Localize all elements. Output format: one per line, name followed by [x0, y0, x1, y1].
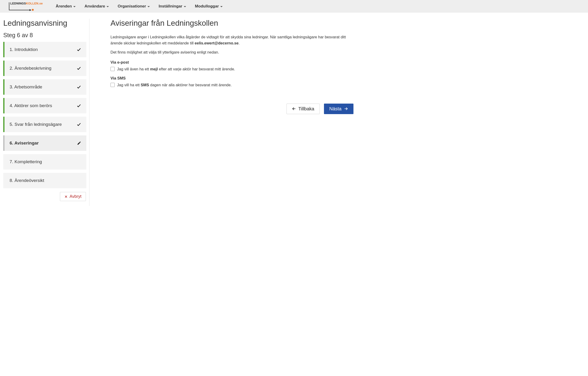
footer-actions: Tillbaka Nästa — [110, 104, 353, 114]
cancel-label: Avbryt — [69, 194, 81, 199]
chevron-down-icon — [73, 6, 76, 7]
sidebar-title: Ledningsanvisning — [3, 19, 86, 28]
chevron-down-icon — [107, 6, 109, 7]
brand-logo[interactable]: LEDNINGSKOLLEN.se — [3, 2, 46, 11]
step-item-aktorer[interactable]: 4. Aktörer som berörs — [3, 98, 86, 113]
pencil-icon — [77, 141, 81, 145]
chevron-down-icon — [147, 6, 150, 7]
intro-email: eelis.ewert@decerno.se — [195, 41, 239, 45]
step-item-arendeoversikt[interactable]: 8. Ärendeöversikt — [3, 173, 86, 188]
nav-item-arenden[interactable]: Ärenden — [53, 3, 78, 10]
step-item-aviseringar[interactable]: 6. Aviseringar — [3, 136, 86, 151]
check-icon — [76, 47, 81, 52]
brand-axis-graphic — [8, 2, 43, 11]
step-label: 2. Ärendebeskrivning — [4, 66, 52, 71]
page-title: Aviseringar från Ledningskollen — [110, 19, 353, 28]
cancel-button[interactable]: Avbryt — [60, 192, 86, 201]
step-list: 1. Introduktion 2. Ärendebeskrivning 3. … — [3, 42, 86, 188]
nav-item-organisationer[interactable]: Organisationer — [115, 3, 152, 10]
nav-label: Användare — [85, 4, 105, 9]
step-item-arendebeskrivning[interactable]: 2. Ärendebeskrivning — [3, 61, 86, 76]
next-button[interactable]: Nästa — [324, 104, 353, 114]
extra-avisering-text: Det finns möjlighet att välja till ytter… — [110, 49, 347, 55]
close-icon — [64, 195, 68, 198]
chevron-down-icon — [220, 6, 223, 7]
next-label: Nästa — [329, 106, 341, 112]
chevron-down-icon — [184, 6, 186, 7]
check-icon — [76, 122, 81, 127]
wizard-sidebar: Ledningsanvisning Steg 6 av 8 1. Introdu… — [3, 19, 89, 206]
step-label: 3. Arbetsområde — [4, 84, 42, 90]
main-content: Aviseringar från Ledningskollen Lednings… — [98, 19, 356, 206]
step-label: 7. Komplettering — [4, 159, 42, 164]
arrow-left-icon — [292, 107, 296, 111]
step-label: 1. Introduktion — [4, 47, 38, 52]
step-item-introduktion[interactable]: 1. Introduktion — [3, 42, 86, 57]
nav-menu: Ärenden Användare Organisationer Inställ… — [53, 3, 225, 10]
email-checkbox-label[interactable]: Jag vill även ha ett mejl efter att varj… — [117, 67, 235, 71]
step-label: 8. Ärendeöversikt — [4, 178, 44, 183]
back-label: Tillbaka — [298, 106, 314, 112]
nav-label: Inställningar — [159, 4, 182, 9]
step-item-svar[interactable]: 5. Svar från ledningsägare — [3, 117, 86, 132]
arrow-right-icon — [344, 107, 348, 111]
nav-item-anvandare[interactable]: Användare — [82, 3, 111, 10]
email-checkbox[interactable] — [110, 67, 115, 71]
sms-section-title: Via SMS — [110, 76, 353, 80]
intro-paragraph: Ledningsägare anger i Ledningskollen vil… — [110, 34, 347, 46]
nav-item-installningar[interactable]: Inställningar — [156, 3, 188, 10]
sms-checkbox[interactable] — [110, 83, 115, 87]
nav-label: Modulloggar — [195, 4, 219, 9]
check-icon — [76, 85, 81, 89]
step-label: 4. Aktörer som berörs — [4, 103, 52, 108]
step-item-komplettering[interactable]: 7. Komplettering — [3, 154, 86, 169]
email-section-title: Via e-post — [110, 60, 353, 64]
sidebar-step-counter: Steg 6 av 8 — [3, 32, 86, 39]
top-navbar: LEDNINGSKOLLEN.se Ärenden Användare Orga… — [0, 0, 588, 13]
step-label: 6. Aviseringar — [4, 141, 39, 146]
back-button[interactable]: Tillbaka — [286, 104, 320, 114]
nav-label: Organisationer — [118, 4, 146, 9]
check-icon — [76, 103, 81, 108]
step-label: 5. Svar från ledningsägare — [4, 122, 62, 127]
nav-label: Ärenden — [56, 4, 72, 9]
step-item-arbetsomrade[interactable]: 3. Arbetsområde — [3, 79, 86, 95]
sms-checkbox-label[interactable]: Jag vill ha ett SMS dagen när alla aktör… — [117, 83, 232, 87]
check-icon — [76, 66, 81, 71]
nav-item-modulloggar[interactable]: Modulloggar — [193, 3, 225, 10]
